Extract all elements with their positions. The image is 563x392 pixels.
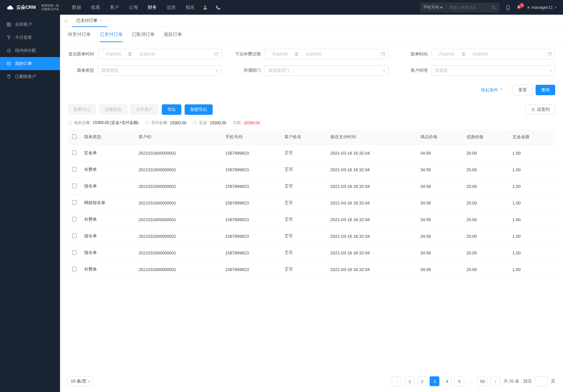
- next-renew-range[interactable]: 至: [265, 49, 388, 59]
- sidebar-item-label: 全部客户: [15, 22, 32, 27]
- table-cell: 1567899823: [222, 228, 281, 245]
- sidebar-item[interactable]: 已删除客户: [0, 70, 60, 83]
- phone-icon[interactable]: [216, 5, 221, 10]
- paid-label: 实付金额:: [151, 120, 168, 126]
- table-cell: 20.00: [463, 261, 509, 278]
- prev-page-button[interactable]: ‹: [392, 376, 402, 386]
- follow-time-start[interactable]: [434, 52, 459, 56]
- mobile-icon[interactable]: [505, 5, 510, 10]
- next-renew-start[interactable]: [267, 52, 292, 56]
- sidebar-item[interactable]: 我的订单: [0, 57, 60, 70]
- row-checkbox[interactable]: [72, 167, 77, 172]
- table-cell: 1.00: [509, 245, 555, 261]
- account-mgr-select[interactable]: 请选择▾: [432, 65, 555, 76]
- sidebar-item[interactable]: 全部客户: [0, 18, 60, 31]
- table-cell: 20.00: [463, 145, 509, 161]
- subtab[interactable]: 已支付订单: [100, 32, 123, 42]
- row-checkbox[interactable]: [72, 184, 77, 188]
- user-menu[interactable]: manager11 ▾: [527, 5, 556, 10]
- person-icon[interactable]: [203, 5, 208, 10]
- page-size-select[interactable]: 10 条/页 ▾: [68, 376, 93, 386]
- bell-icon[interactable]: 5: [516, 5, 522, 10]
- chevron-right-icon: ›: [495, 379, 496, 384]
- collapse-filters-link[interactable]: 收起条件 ⌃: [481, 87, 503, 93]
- page-button[interactable]: 5: [454, 376, 464, 386]
- table-cell: 34.56: [417, 145, 463, 161]
- sidebar-item[interactable]: 组内待分配: [0, 44, 60, 57]
- topnav-item[interactable]: 数据: [72, 5, 81, 10]
- row-checkbox[interactable]: [72, 267, 77, 271]
- department-select[interactable]: 请选择部门▾: [265, 65, 388, 76]
- follow-time-end[interactable]: [468, 52, 493, 56]
- topbar: 云朵CRM 教育机构一站式服务云平台 数据线索客户公海财务运营报名 手机号码 ▾…: [0, 0, 563, 15]
- batch-abandon-button[interactable]: 批量放弃: [99, 104, 127, 115]
- close-icon[interactable]: ×: [100, 18, 103, 23]
- table-cell: 2021031600000001: [135, 245, 222, 261]
- topnav-item[interactable]: 客户: [110, 5, 119, 10]
- topnav-item[interactable]: 公海: [129, 5, 138, 10]
- tab-paid-orders[interactable]: 已支付订单 ×: [72, 15, 107, 27]
- sidebar: 全部客户今日首客组内待分配我的订单已删除客户: [0, 15, 60, 392]
- row-checkbox[interactable]: [72, 217, 77, 221]
- first-follow-start[interactable]: [101, 52, 125, 56]
- row-checkbox[interactable]: [72, 150, 77, 155]
- select-all-checkbox[interactable]: [72, 134, 77, 139]
- next-page-button[interactable]: ›: [491, 376, 500, 386]
- table-cell: 1567899823: [222, 195, 281, 211]
- topnav-item[interactable]: 财务: [148, 5, 157, 10]
- row-checkbox[interactable]: [72, 200, 77, 205]
- table-cell: 2021031600000001: [135, 228, 222, 245]
- sidebar-item[interactable]: 今日首客: [0, 31, 60, 44]
- svg-rect-7: [9, 25, 10, 26]
- svg-rect-5: [9, 23, 10, 24]
- column-header: 跟单类型: [81, 129, 135, 145]
- column-header: 最近支付时间: [327, 129, 417, 145]
- page-last-button[interactable]: 50: [478, 376, 487, 386]
- subtab[interactable]: 退款订单: [164, 32, 182, 42]
- table-cell: 王可: [281, 228, 327, 245]
- svg-point-0: [204, 6, 206, 7]
- topnav-item[interactable]: 运营: [167, 5, 176, 10]
- row-checkbox[interactable]: [72, 234, 77, 238]
- reset-button[interactable]: 重置: [513, 85, 532, 95]
- search-icon[interactable]: [492, 5, 496, 10]
- menu-icon[interactable]: [64, 19, 68, 23]
- search-input[interactable]: [449, 5, 492, 10]
- chevron-down-icon: ▾: [550, 69, 552, 72]
- svg-rect-12: [548, 53, 552, 56]
- page-button[interactable]: 2: [417, 376, 427, 386]
- sidebar-icon: [7, 61, 11, 66]
- set-columns-button[interactable]: 设置列: [525, 104, 555, 115]
- row-checkbox[interactable]: [72, 250, 77, 255]
- subtab[interactable]: 已取消订单: [132, 32, 155, 42]
- jump-page-input[interactable]: [535, 376, 548, 386]
- follow-type-select[interactable]: 跟单类型▾: [98, 65, 221, 76]
- table-cell: 2021031600000001: [135, 261, 222, 278]
- merge-customer-button[interactable]: 合并客户: [130, 104, 159, 115]
- batch-transfer-button[interactable]: 批量转让: [68, 104, 96, 115]
- table-cell: 34.56: [417, 261, 463, 278]
- top-nav: 数据线索客户公海财务运营报名: [72, 5, 195, 10]
- tab-label: 已支付订单: [76, 18, 98, 23]
- search-type-select[interactable]: 手机号码 ▾: [423, 5, 446, 10]
- page-button[interactable]: 4: [442, 376, 452, 386]
- page-button[interactable]: 3: [430, 376, 439, 386]
- table-row: 补费单20210316000000011567899823王可2021-03-1…: [68, 261, 555, 278]
- action-bar: 批量转让 批量放弃 合并客户 导出 加密导出 设置列: [60, 100, 563, 119]
- calendar-icon: [381, 52, 386, 56]
- table-cell: 报名单: [81, 178, 135, 195]
- topnav-item[interactable]: 报名: [186, 5, 195, 10]
- encrypted-export-button[interactable]: 加密导出: [185, 104, 213, 115]
- brand-logo[interactable]: 云朵CRM 教育机构一站式服务云平台: [7, 4, 59, 11]
- first-follow-range[interactable]: 至: [98, 49, 221, 59]
- follow-time-range[interactable]: 至: [432, 49, 555, 59]
- export-button[interactable]: 导出: [162, 104, 181, 115]
- next-renew-end[interactable]: [301, 52, 326, 56]
- query-button[interactable]: 查询: [536, 85, 555, 95]
- page-button[interactable]: 1: [405, 376, 415, 386]
- subtab[interactable]: 待支付订单: [68, 32, 91, 42]
- table-cell: 34.56: [417, 245, 463, 261]
- notification-badge: 5: [519, 3, 524, 8]
- first-follow-end[interactable]: [135, 52, 159, 56]
- topnav-item[interactable]: 线索: [91, 5, 100, 10]
